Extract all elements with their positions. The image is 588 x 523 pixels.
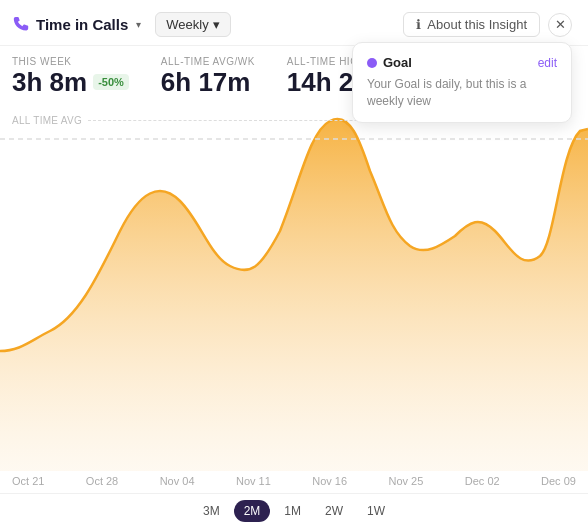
this-week-label: THIS WEEK [12, 56, 129, 67]
goal-tooltip: Goal edit Your Goal is daily, but this i… [352, 42, 572, 123]
phone-icon [12, 16, 30, 34]
header: Time in Calls ▾ Weekly ▾ ℹ About this In… [0, 0, 588, 46]
all-time-avg-value: 6h 17m [161, 69, 251, 95]
header-left: Time in Calls ▾ Weekly ▾ [12, 12, 231, 37]
filter-1w-button[interactable]: 1W [357, 500, 395, 522]
filter-2w-button[interactable]: 2W [315, 500, 353, 522]
info-icon: ℹ [416, 17, 421, 32]
x-label-4: Nov 16 [312, 475, 347, 487]
filter-3m-button[interactable]: 3M [193, 500, 230, 522]
tooltip-edit-button[interactable]: edit [538, 56, 557, 70]
all-time-avg-stat: ALL-TIME AVG/WK 6h 17m [161, 56, 255, 95]
weekly-dropdown[interactable]: Weekly ▾ [155, 12, 230, 37]
title-chevron-icon[interactable]: ▾ [136, 19, 141, 30]
x-label-2: Nov 04 [160, 475, 195, 487]
all-time-avg-label: ALL-TIME AVG/WK [161, 56, 255, 67]
x-label-1: Oct 28 [86, 475, 118, 487]
x-label-5: Nov 25 [389, 475, 424, 487]
tooltip-title: Goal [383, 55, 412, 70]
this-week-value: 3h 8m [12, 69, 87, 95]
goal-dot-icon [367, 58, 377, 68]
weekly-chevron-icon: ▾ [213, 17, 220, 32]
chart-svg [0, 101, 588, 471]
filter-2m-button[interactable]: 2M [234, 500, 271, 522]
x-label-0: Oct 21 [12, 475, 44, 487]
chart-area: ALL TIME AVG [0, 101, 588, 471]
x-label-7: Dec 09 [541, 475, 576, 487]
close-button[interactable]: ✕ [548, 13, 572, 37]
tooltip-title-row: Goal [367, 55, 412, 70]
this-week-stat: THIS WEEK 3h 8m -50% [12, 56, 129, 95]
change-badge: -50% [93, 74, 129, 90]
x-label-3: Nov 11 [236, 475, 271, 487]
about-insight-button[interactable]: ℹ About this Insight [403, 12, 540, 37]
x-label-6: Dec 02 [465, 475, 500, 487]
header-right: ℹ About this Insight ✕ [403, 12, 572, 37]
page-title: Time in Calls [36, 16, 128, 33]
tooltip-header: Goal edit [367, 55, 557, 70]
time-filters: 3M 2M 1M 2W 1W [0, 493, 588, 523]
x-axis: Oct 21 Oct 28 Nov 04 Nov 11 Nov 16 Nov 2… [0, 471, 588, 493]
filter-1m-button[interactable]: 1M [274, 500, 311, 522]
tooltip-body: Your Goal is daily, but this is a weekly… [367, 76, 557, 110]
